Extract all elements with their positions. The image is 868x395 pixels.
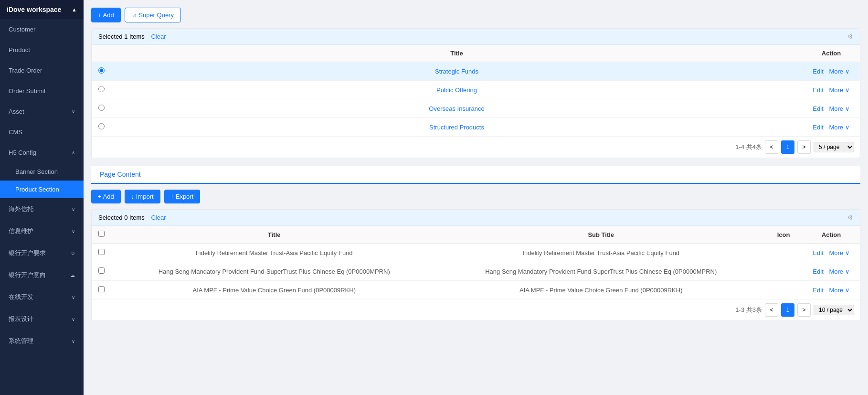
top-page-size-select[interactable]: 5 / page 10 / page 20 / page <box>814 142 854 152</box>
top-col-radio <box>92 45 111 62</box>
bottom-col-subtitle: Sub Title <box>438 226 765 244</box>
sidebar-subitem-label: Banner Section <box>15 168 58 175</box>
main-content: + Add ⊿ Super Query Selected 1 Items Cle… <box>84 0 868 395</box>
title-cell: Public Offering <box>111 81 803 99</box>
table-row: Fidelity Retirement Master Trust-Asia Pa… <box>92 244 860 262</box>
add-button[interactable]: + Add <box>91 8 121 22</box>
sidebar-item-label: 系统管理 <box>9 337 33 345</box>
more-link[interactable]: More ∨ <box>829 105 849 112</box>
edit-link[interactable]: Edit <box>813 86 823 94</box>
edit-link[interactable]: Edit <box>813 287 823 294</box>
select-all-checkbox[interactable] <box>98 231 105 237</box>
top-col-title: Title <box>111 45 803 62</box>
sidebar-item-trade-order[interactable]: Trade Order <box>0 60 84 81</box>
chevron-up-icon: ▲ <box>72 7 77 12</box>
sidebar-item-label: CMS <box>9 128 22 136</box>
bottom-clear-link[interactable]: Clear <box>151 214 166 221</box>
row-checkbox[interactable] <box>98 286 105 292</box>
row-checkbox[interactable] <box>98 249 105 255</box>
top-page-1-btn[interactable]: 1 <box>781 140 794 154</box>
bottom-page-1-btn[interactable]: 1 <box>781 303 794 317</box>
top-prev-btn[interactable]: < <box>765 140 778 154</box>
sidebar-subitem-product-section[interactable]: Product Section <box>0 181 84 198</box>
bottom-table: Title Sub Title Icon Action Fidelity Ret… <box>92 226 860 299</box>
table-row: Hang Seng Mandatory Provident Fund-Super… <box>92 262 860 281</box>
bottom-import-button[interactable]: ↓ Import <box>125 190 160 203</box>
sidebar-item-label: 在线开发 <box>9 293 33 301</box>
sidebar-item-label: Product <box>9 46 30 53</box>
bottom-export-button[interactable]: ↑ Export <box>164 190 201 203</box>
sidebar-item-h5config[interactable]: H5 Config ∧ <box>0 142 84 163</box>
chevron-up-icon: ∧ <box>72 150 75 155</box>
row-checkbox[interactable] <box>98 267 105 274</box>
bottom-gear-icon[interactable]: ⚙ <box>847 214 853 221</box>
edit-link[interactable]: Edit <box>813 68 823 75</box>
more-link[interactable]: More ∨ <box>829 86 849 94</box>
row-radio[interactable] <box>98 67 105 74</box>
sidebar-subitem-label: Product Section <box>15 186 59 193</box>
sidebar-item-cms[interactable]: CMS <box>0 122 84 142</box>
super-query-button[interactable]: ⊿ Super Query <box>125 8 181 22</box>
page-content-tabs: Page Content <box>91 166 860 184</box>
action-cell: Edit More ∨ <box>803 99 860 118</box>
row-radio[interactable] <box>98 86 105 92</box>
bottom-next-btn[interactable]: > <box>797 303 811 317</box>
sidebar-item-oversea-trust[interactable]: 海外信托 ∨ <box>0 198 84 220</box>
sidebar-item-label: Customer <box>9 26 35 33</box>
radio-cell <box>92 62 111 81</box>
sidebar-item-asset[interactable]: Asset ∨ <box>0 101 84 122</box>
more-link[interactable]: More ∨ <box>829 268 849 275</box>
edit-link[interactable]: Edit <box>813 249 823 256</box>
table-row: Strategic Funds Edit More ∨ <box>92 62 860 81</box>
sidebar-item-product[interactable]: Product <box>0 40 84 60</box>
icon-cell <box>764 262 803 281</box>
chevron-down-icon: ∨ <box>72 207 75 212</box>
chevron-down-icon: ∨ <box>72 109 75 114</box>
sidebar-item-online-dev[interactable]: 在线开发 ∨ <box>0 286 84 308</box>
chevron-down-icon: ∨ <box>72 295 75 300</box>
bottom-col-title: Title <box>111 226 438 244</box>
subtitle-cell: AIA MPF - Prime Value Choice Green Fund … <box>438 281 765 299</box>
bottom-add-button[interactable]: + Add <box>91 190 121 203</box>
workspace-label: iDove workspace <box>7 6 61 13</box>
edit-link[interactable]: Edit <box>813 268 823 275</box>
sidebar-item-order-submit[interactable]: Order Submit <box>0 81 84 101</box>
checkbox-cell <box>92 262 111 281</box>
title-cell: Overseas Insurance <box>111 99 803 118</box>
top-page-range: 1-4 共4条 <box>735 143 762 151</box>
more-link[interactable]: More ∨ <box>829 68 849 75</box>
edit-link[interactable]: Edit <box>813 105 823 112</box>
row-radio[interactable] <box>98 123 105 129</box>
sidebar-item-bank-open-req[interactable]: 银行开户要求 ⊙ <box>0 242 84 264</box>
radio-cell <box>92 118 111 137</box>
bottom-col-checkbox <box>92 226 111 244</box>
sidebar-item-info-maintain[interactable]: 信息维护 ∨ <box>0 220 84 242</box>
checkbox-cell <box>92 244 111 262</box>
sidebar-item-sys-admin[interactable]: 系统管理 ∨ <box>0 330 84 352</box>
top-selection-bar: Selected 1 Items Clear ⚙ <box>92 29 860 45</box>
bottom-page-size-select[interactable]: 10 / page 20 / page 50 / page <box>814 305 854 315</box>
sidebar-item-report-design[interactable]: 报表设计 ∨ <box>0 308 84 330</box>
top-next-btn[interactable]: > <box>797 140 811 154</box>
sidebar-item-customer[interactable]: Customer <box>0 19 84 40</box>
title-cell: Hang Seng Mandatory Provident Fund-Super… <box>111 262 438 281</box>
top-clear-link[interactable]: Clear <box>151 33 166 40</box>
edit-link[interactable]: Edit <box>813 124 823 131</box>
subtitle-cell: Fidelity Retirement Master Trust-Asia Pa… <box>438 244 765 262</box>
sidebar-header: iDove workspace ▲ <box>0 0 84 19</box>
gear-icon[interactable]: ⚙ <box>847 33 853 40</box>
row-radio[interactable] <box>98 105 105 111</box>
more-link[interactable]: More ∨ <box>829 249 849 256</box>
bottom-selection-text: Selected 0 Items Clear <box>98 214 166 221</box>
sidebar-item-label: 银行开户意向 <box>9 271 46 279</box>
tab-page-content[interactable]: Page Content <box>99 166 142 184</box>
bottom-prev-btn[interactable]: < <box>765 303 778 317</box>
sidebar-item-label: Trade Order <box>9 67 42 74</box>
more-link[interactable]: More ∨ <box>829 124 849 131</box>
sidebar-item-bank-open-intent[interactable]: 银行开户意向 ☁ <box>0 264 84 286</box>
checkbox-cell <box>92 281 111 299</box>
more-link[interactable]: More ∨ <box>829 287 849 294</box>
top-toolbar: + Add ⊿ Super Query <box>91 8 860 22</box>
sidebar-subitem-banner-section[interactable]: Banner Section <box>0 163 84 181</box>
sidebar: iDove workspace ▲ Customer Product Trade… <box>0 0 84 395</box>
